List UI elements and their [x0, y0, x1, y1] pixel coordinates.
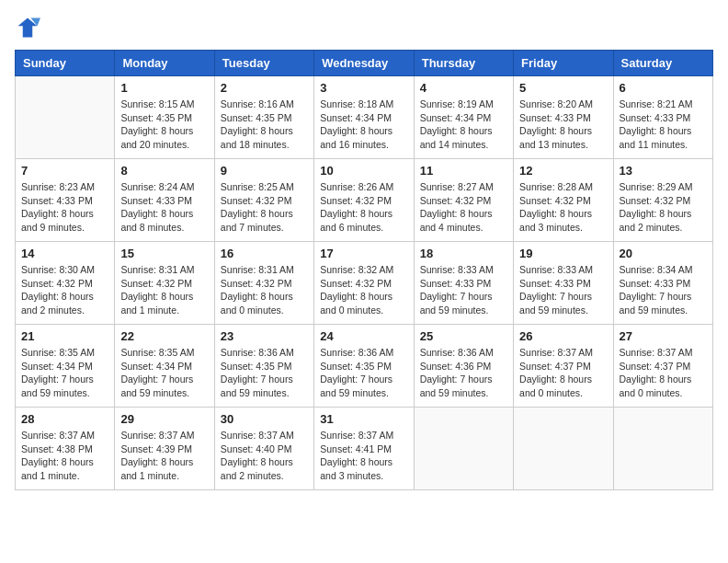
- day-info: Sunrise: 8:25 AM Sunset: 4:32 PM Dayligh…: [221, 180, 308, 235]
- day-number: 19: [519, 247, 607, 260]
- day-info: Sunrise: 8:18 AM Sunset: 4:34 PM Dayligh…: [320, 98, 407, 152]
- day-number: 15: [120, 247, 208, 260]
- calendar-cell: 18Sunrise: 8:33 AM Sunset: 4:33 PM Dayli…: [414, 242, 513, 325]
- calendar-cell: 9Sunrise: 8:25 AM Sunset: 4:32 PM Daylig…: [214, 159, 313, 242]
- calendar-cell: 26Sunrise: 8:37 AM Sunset: 4:37 PM Dayli…: [514, 325, 613, 408]
- calendar-cell: 4Sunrise: 8:19 AM Sunset: 4:34 PM Daylig…: [414, 76, 513, 159]
- calendar-cell: 1Sunrise: 8:15 AM Sunset: 4:35 PM Daylig…: [115, 76, 214, 159]
- day-info: Sunrise: 8:27 AM Sunset: 4:32 PM Dayligh…: [420, 180, 507, 235]
- day-number: 13: [620, 164, 707, 178]
- day-info: Sunrise: 8:37 AM Sunset: 4:40 PM Dayligh…: [221, 429, 308, 483]
- calendar-cell: 28Sunrise: 8:37 AM Sunset: 4:38 PM Dayli…: [16, 408, 115, 490]
- day-info: Sunrise: 8:32 AM Sunset: 4:32 PM Dayligh…: [320, 263, 407, 317]
- day-number: 4: [420, 81, 507, 95]
- calendar-cell: 11Sunrise: 8:27 AM Sunset: 4:32 PM Dayli…: [414, 159, 513, 242]
- day-info: Sunrise: 8:33 AM Sunset: 4:33 PM Dayligh…: [420, 263, 507, 317]
- day-info: Sunrise: 8:15 AM Sunset: 4:35 PM Dayligh…: [120, 98, 208, 152]
- day-info: Sunrise: 8:37 AM Sunset: 4:39 PM Dayligh…: [120, 429, 208, 483]
- day-info: Sunrise: 8:30 AM Sunset: 4:32 PM Dayligh…: [21, 263, 108, 317]
- day-number: 6: [620, 81, 707, 95]
- day-info: Sunrise: 8:31 AM Sunset: 4:32 PM Dayligh…: [120, 263, 208, 317]
- day-of-week-header: Wednesday: [314, 51, 414, 76]
- day-info: Sunrise: 8:37 AM Sunset: 4:37 PM Dayligh…: [620, 346, 707, 400]
- calendar-week-row: 1Sunrise: 8:15 AM Sunset: 4:35 PM Daylig…: [16, 76, 713, 159]
- day-info: Sunrise: 8:36 AM Sunset: 4:35 PM Dayligh…: [320, 346, 407, 400]
- day-number: 21: [21, 329, 108, 343]
- day-of-week-header: Thursday: [414, 51, 513, 76]
- calendar-cell: 20Sunrise: 8:34 AM Sunset: 4:33 PM Dayli…: [613, 242, 712, 325]
- day-number: 2: [221, 81, 308, 95]
- day-number: 8: [120, 164, 208, 178]
- day-number: 26: [519, 329, 607, 343]
- day-number: 10: [320, 164, 407, 178]
- calendar-cell: 16Sunrise: 8:31 AM Sunset: 4:32 PM Dayli…: [214, 242, 313, 325]
- day-info: Sunrise: 8:33 AM Sunset: 4:33 PM Dayligh…: [519, 263, 607, 317]
- day-number: 31: [320, 412, 407, 426]
- calendar-cell: 30Sunrise: 8:37 AM Sunset: 4:40 PM Dayli…: [214, 408, 313, 490]
- day-info: Sunrise: 8:35 AM Sunset: 4:34 PM Dayligh…: [21, 346, 108, 400]
- calendar-cell: 6Sunrise: 8:21 AM Sunset: 4:33 PM Daylig…: [613, 76, 712, 159]
- calendar-table: SundayMondayTuesdayWednesdayThursdayFrid…: [15, 50, 713, 490]
- calendar-cell: 31Sunrise: 8:37 AM Sunset: 4:41 PM Dayli…: [314, 408, 414, 490]
- day-number: 18: [420, 247, 507, 260]
- day-number: 22: [120, 329, 208, 343]
- calendar-cell: 12Sunrise: 8:28 AM Sunset: 4:32 PM Dayli…: [514, 159, 613, 242]
- day-info: Sunrise: 8:37 AM Sunset: 4:37 PM Dayligh…: [519, 346, 607, 400]
- calendar-cell: 7Sunrise: 8:23 AM Sunset: 4:33 PM Daylig…: [16, 159, 115, 242]
- calendar-cell: 17Sunrise: 8:32 AM Sunset: 4:32 PM Dayli…: [314, 242, 414, 325]
- day-info: Sunrise: 8:23 AM Sunset: 4:33 PM Dayligh…: [21, 180, 108, 235]
- calendar-cell: 23Sunrise: 8:36 AM Sunset: 4:35 PM Dayli…: [214, 325, 313, 408]
- day-info: Sunrise: 8:31 AM Sunset: 4:32 PM Dayligh…: [221, 263, 308, 317]
- day-of-week-header: Tuesday: [214, 51, 313, 76]
- logo: [15, 15, 44, 40]
- day-info: Sunrise: 8:36 AM Sunset: 4:36 PM Dayligh…: [420, 346, 507, 400]
- calendar-cell: 3Sunrise: 8:18 AM Sunset: 4:34 PM Daylig…: [314, 76, 414, 159]
- day-of-week-header: Friday: [514, 51, 613, 76]
- day-number: 12: [519, 164, 607, 178]
- day-number: 17: [320, 247, 407, 260]
- day-of-week-header: Saturday: [613, 51, 712, 76]
- calendar-cell: 25Sunrise: 8:36 AM Sunset: 4:36 PM Dayli…: [414, 325, 513, 408]
- day-info: Sunrise: 8:29 AM Sunset: 4:32 PM Dayligh…: [620, 180, 707, 235]
- day-number: 23: [221, 329, 308, 343]
- day-of-week-header: Monday: [115, 51, 214, 76]
- day-number: 11: [420, 164, 507, 178]
- day-number: 20: [620, 247, 707, 260]
- logo-icon: [15, 15, 40, 40]
- day-info: Sunrise: 8:16 AM Sunset: 4:35 PM Dayligh…: [221, 98, 308, 152]
- day-number: 24: [320, 329, 407, 343]
- day-info: Sunrise: 8:20 AM Sunset: 4:33 PM Dayligh…: [519, 98, 607, 152]
- day-info: Sunrise: 8:28 AM Sunset: 4:32 PM Dayligh…: [519, 180, 607, 235]
- calendar-cell: 19Sunrise: 8:33 AM Sunset: 4:33 PM Dayli…: [514, 242, 613, 325]
- calendar-week-row: 7Sunrise: 8:23 AM Sunset: 4:33 PM Daylig…: [16, 159, 713, 242]
- calendar-cell: [16, 76, 115, 159]
- day-of-week-header: Sunday: [16, 51, 115, 76]
- calendar-cell: 24Sunrise: 8:36 AM Sunset: 4:35 PM Dayli…: [314, 325, 414, 408]
- day-info: Sunrise: 8:35 AM Sunset: 4:34 PM Dayligh…: [120, 346, 208, 400]
- calendar-cell: 10Sunrise: 8:26 AM Sunset: 4:32 PM Dayli…: [314, 159, 414, 242]
- day-number: 25: [420, 329, 507, 343]
- calendar-week-row: 21Sunrise: 8:35 AM Sunset: 4:34 PM Dayli…: [16, 325, 713, 408]
- day-info: Sunrise: 8:19 AM Sunset: 4:34 PM Dayligh…: [420, 98, 507, 152]
- calendar-week-row: 28Sunrise: 8:37 AM Sunset: 4:38 PM Dayli…: [16, 408, 713, 490]
- calendar-cell: 21Sunrise: 8:35 AM Sunset: 4:34 PM Dayli…: [16, 325, 115, 408]
- day-number: 30: [221, 412, 308, 426]
- calendar-cell: 8Sunrise: 8:24 AM Sunset: 4:33 PM Daylig…: [115, 159, 214, 242]
- day-number: 1: [120, 81, 208, 95]
- day-info: Sunrise: 8:36 AM Sunset: 4:35 PM Dayligh…: [221, 346, 308, 400]
- calendar-cell: 22Sunrise: 8:35 AM Sunset: 4:34 PM Dayli…: [115, 325, 214, 408]
- day-number: 16: [221, 247, 308, 260]
- page-header: [15, 15, 713, 40]
- day-number: 9: [221, 164, 308, 178]
- calendar-cell: 15Sunrise: 8:31 AM Sunset: 4:32 PM Dayli…: [115, 242, 214, 325]
- day-number: 14: [21, 247, 108, 260]
- day-number: 27: [620, 329, 707, 343]
- calendar-cell: 5Sunrise: 8:20 AM Sunset: 4:33 PM Daylig…: [514, 76, 613, 159]
- day-info: Sunrise: 8:37 AM Sunset: 4:41 PM Dayligh…: [320, 429, 407, 483]
- day-info: Sunrise: 8:21 AM Sunset: 4:33 PM Dayligh…: [620, 98, 707, 152]
- day-number: 7: [21, 164, 108, 178]
- day-number: 3: [320, 81, 407, 95]
- day-info: Sunrise: 8:26 AM Sunset: 4:32 PM Dayligh…: [320, 180, 407, 235]
- calendar-cell: 27Sunrise: 8:37 AM Sunset: 4:37 PM Dayli…: [613, 325, 712, 408]
- calendar-cell: 29Sunrise: 8:37 AM Sunset: 4:39 PM Dayli…: [115, 408, 214, 490]
